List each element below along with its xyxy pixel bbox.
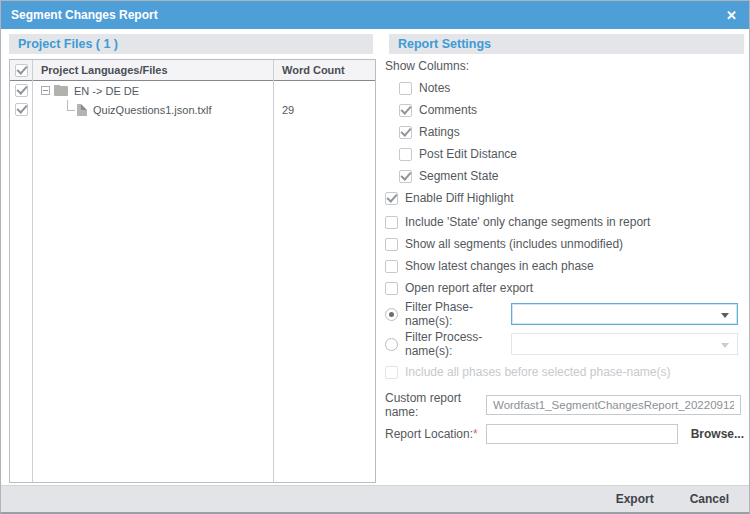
checkbox-row-show-all-segments[interactable]: Show all segments (includes unmodified) (385, 233, 744, 255)
table-header-row: Project Languages/Files Word Count (10, 60, 375, 81)
close-icon[interactable]: ✕ (726, 9, 737, 22)
browse-button[interactable]: Browse... (691, 427, 744, 441)
checkbox-row-ratings[interactable]: Ratings (399, 121, 744, 143)
table-row[interactable]: QuizQuestions1.json.txlf 29 (10, 100, 375, 119)
report-settings-panel: Show Columns: Notes Comments Ratings Pos… (385, 59, 744, 444)
export-button[interactable]: Export (616, 492, 654, 506)
checkbox-row-post-edit-distance[interactable]: Post Edit Distance (399, 143, 744, 165)
table-divider (32, 60, 33, 482)
filter-phase-dropdown[interactable] (511, 303, 738, 325)
file-row-checkbox[interactable] (15, 103, 28, 116)
table-divider (273, 60, 274, 482)
post-edit-distance-checkbox[interactable] (399, 148, 412, 161)
column-header-files: Project Languages/Files (33, 64, 274, 76)
column-header-word-count: Word Count (274, 64, 375, 76)
file-name-label: QuizQuestions1.json.txlf (93, 104, 212, 116)
comments-checkbox[interactable] (399, 104, 412, 117)
table-row[interactable]: EN -> DE DE (10, 81, 375, 100)
filter-process-label: Filter Process-name(s): (405, 330, 511, 358)
report-location-row: Report Location:* Browse... (385, 424, 744, 444)
filter-phase-radio[interactable] (385, 308, 398, 321)
cancel-button[interactable]: Cancel (690, 492, 729, 506)
word-count-value: 29 (274, 104, 375, 116)
show-all-segments-checkbox[interactable] (385, 238, 398, 251)
checkbox-row-notes[interactable]: Notes (399, 77, 744, 99)
checkbox-row-show-latest-changes[interactable]: Show latest changes in each phase (385, 255, 744, 277)
language-pair-label: EN -> DE DE (74, 85, 139, 97)
project-files-table: Project Languages/Files Word Count EN ->… (9, 59, 376, 483)
dialog-titlebar: Segment Changes Report ✕ (1, 1, 749, 29)
custom-report-name-row: Custom report name: (385, 395, 744, 415)
report-location-label: Report Location: (385, 427, 473, 441)
project-files-header: Project Files ( 1 ) (9, 34, 373, 54)
filter-phase-row: Filter Phase-name(s): (385, 303, 744, 325)
checkbox-row-enable-diff-highlight[interactable]: Enable Diff Highlight (385, 187, 744, 209)
report-location-input[interactable] (486, 424, 678, 444)
open-report-after-export-checkbox[interactable] (385, 282, 398, 295)
checkbox-row-open-report-after-export[interactable]: Open report after export (385, 277, 744, 299)
folder-icon (54, 86, 68, 96)
show-columns-label: Show Columns: (385, 59, 744, 73)
segment-state-checkbox[interactable] (399, 170, 412, 183)
required-asterisk: * (473, 427, 478, 441)
custom-report-name-label: Custom report name: (385, 391, 486, 419)
filter-process-dropdown (511, 333, 738, 355)
custom-report-name-input[interactable] (486, 395, 741, 415)
select-all-checkbox[interactable] (15, 64, 28, 77)
header-checkbox-cell (10, 64, 33, 77)
checkbox-row-include-state-only[interactable]: Include 'State' only change segments in … (385, 211, 744, 233)
checkbox-row-comments[interactable]: Comments (399, 99, 744, 121)
checkbox-row-segment-state[interactable]: Segment State (399, 165, 744, 187)
include-all-phases-row: Include all phases before selected phase… (385, 363, 744, 381)
enable-diff-highlight-checkbox[interactable] (385, 192, 398, 205)
tree-elbow-connector (67, 100, 75, 111)
ratings-checkbox[interactable] (399, 126, 412, 139)
filter-process-radio[interactable] (385, 338, 398, 351)
dialog-footer: Export Cancel (1, 485, 749, 512)
filter-phase-label: Filter Phase-name(s): (405, 300, 511, 328)
include-all-phases-checkbox (385, 366, 398, 379)
segment-changes-report-dialog: Segment Changes Report ✕ Project Files (… (0, 0, 750, 514)
dialog-title: Segment Changes Report (11, 8, 158, 22)
file-icon (77, 104, 87, 116)
folder-row-checkbox[interactable] (15, 84, 28, 97)
report-settings-header: Report Settings (389, 34, 744, 54)
filter-process-row: Filter Process-name(s): (385, 333, 744, 355)
include-state-only-checkbox[interactable] (385, 216, 398, 229)
notes-checkbox[interactable] (399, 82, 412, 95)
tree-collapse-icon[interactable] (41, 86, 50, 95)
show-latest-changes-checkbox[interactable] (385, 260, 398, 273)
